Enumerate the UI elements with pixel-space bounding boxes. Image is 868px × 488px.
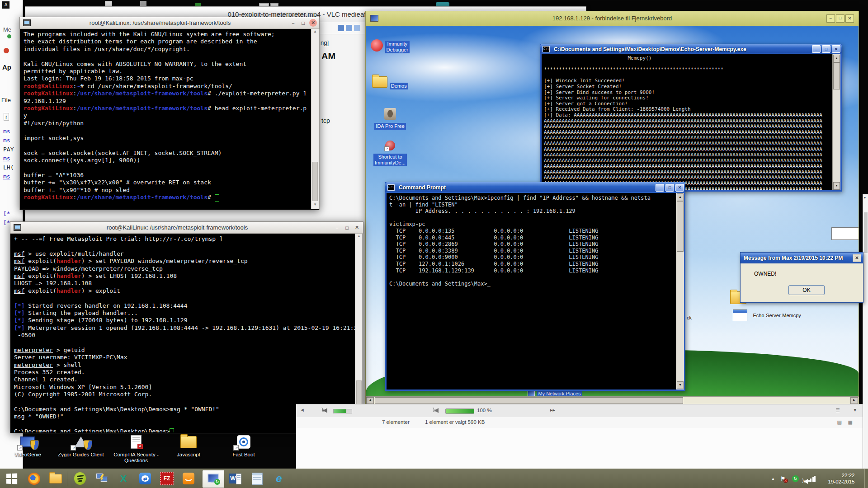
xp-icon-ida-pro-free[interactable]: IDA Pro Free — [368, 108, 412, 130]
scroll-thumb[interactable] — [677, 201, 684, 252]
scrollbar[interactable]: ▲ ▼ — [311, 29, 319, 209]
vlc-toolbar-icon[interactable] — [354, 25, 360, 31]
command-prompt-title: Command Prompt — [396, 184, 656, 191]
command-prompt-output[interactable]: C:\Documents and Settings\Max>ipconfig |… — [387, 193, 676, 389]
chevron-down-icon[interactable]: ▾ — [864, 196, 866, 200]
taskbar-item-file-explorer[interactable] — [45, 470, 66, 487]
dropdown-fragment[interactable]: ▾ — [831, 227, 859, 240]
desktop-icon-label: Zygor Guides Client — [56, 452, 106, 458]
desktop-icon-comptia[interactable]: A CompTIA Security - Questions — [111, 433, 161, 464]
taskbar-item-firefox[interactable] — [24, 470, 44, 487]
ok-button[interactable]: OK — [788, 285, 825, 295]
rdp-titlebar[interactable]: 192.168.1.129 - forbindelse til Fjernskr… — [366, 11, 859, 26]
scroll-up-icon[interactable]: ▲ — [833, 55, 840, 62]
taskbar-item-spotify[interactable] — [70, 470, 90, 487]
scroll-thumb[interactable] — [375, 397, 683, 404]
taskbar-item-putty[interactable] — [91, 470, 112, 487]
network-signal-icon[interactable] — [808, 475, 816, 482]
scroll-up-icon[interactable]: ▲ — [311, 29, 319, 36]
echo-server-titlebar[interactable]: C:\ C:\Documents and Settings\Max\Deskto… — [540, 44, 842, 54]
view-large-icon[interactable]: ▦ — [848, 419, 853, 425]
action-center-flag-icon[interactable]: ⚑ — [780, 475, 787, 482]
desktop-icon-label: VideoGenie — [3, 452, 52, 458]
list-view-icon[interactable]: ≣ — [835, 407, 840, 413]
sync-icon[interactable]: ↻ — [792, 475, 799, 482]
terminal-line: buffer = "A"*1036 — [24, 172, 311, 179]
taskbar-clock[interactable]: 22:22 19-02-2015 — [822, 472, 854, 485]
rdp-horizontal-scrollbar[interactable]: ◄ ► — [366, 396, 859, 404]
xp-desktop-item-echo-server[interactable]: Echo-Server-Memcpy — [733, 310, 801, 321]
minimize-button[interactable]: − — [289, 19, 297, 27]
desktop-icon-fastboot[interactable]: Fast Boot — [219, 433, 269, 458]
rdp-window: 192.168.1.129 - forbindelse til Fjernskr… — [365, 11, 859, 405]
maximize-button[interactable]: □ — [665, 184, 674, 192]
taskbar-item-vmware[interactable] — [178, 470, 199, 487]
console-line: Memcpy() — [544, 56, 833, 61]
start-button[interactable] — [1, 470, 22, 487]
scroll-up-icon[interactable]: ▲ — [677, 193, 684, 201]
mini-volume-bar[interactable] — [333, 409, 352, 413]
close-button[interactable]: ✕ — [353, 224, 361, 231]
edge-scrollbar[interactable]: ▾ — [863, 194, 868, 469]
scroll-down-icon[interactable]: ▼ — [833, 182, 840, 190]
desktop-icon-zygor[interactable]: Zygor Guides Client — [56, 433, 106, 458]
taskbar-item-remote-desktop-active[interactable]: ↻ — [203, 470, 224, 488]
msf-fragment: ms — [3, 155, 10, 162]
minimize-button[interactable]: _ — [812, 45, 821, 53]
kali-terminal-1-output[interactable]: The programs included with the Kali GNU/… — [20, 29, 311, 209]
echo-server-output[interactable]: Memcpy() *******************************… — [542, 54, 833, 190]
show-desktop-button[interactable] — [864, 469, 868, 488]
minimize-button[interactable]: _ — [656, 184, 664, 192]
taskbar-item-notepad[interactable] — [247, 470, 268, 487]
xp-icon-demos[interactable]: Demos — [368, 76, 412, 89]
scroll-thumb[interactable] — [864, 212, 868, 253]
minimize-button[interactable]: − — [333, 224, 341, 231]
close-button[interactable]: ✕ — [675, 184, 684, 192]
volume-bar[interactable] — [445, 408, 474, 414]
text-fragment-ck: ck — [687, 315, 692, 320]
scroll-thumb[interactable] — [312, 162, 318, 201]
kali-terminal-2-output[interactable]: + -- --=[ Free Metasploit Pro trial: htt… — [11, 234, 355, 432]
taskbar-item-word[interactable]: W — [225, 470, 246, 487]
scrollbar[interactable]: ▲ ▼ — [676, 193, 684, 389]
rdp-maximize-button[interactable]: □ — [836, 14, 844, 23]
scroll-right-icon[interactable]: ► — [850, 397, 858, 404]
close-button[interactable]: ✕ — [832, 45, 840, 53]
maximize-button[interactable]: □ — [822, 45, 830, 53]
desktop-icon-videogenie[interactable]: VideoGenie — [3, 433, 52, 458]
kali-terminal-2-titlebar[interactable]: root@KaliLinux: /usr/share/metasploit-fr… — [10, 222, 363, 234]
vlc-toolbar-icon[interactable] — [338, 25, 344, 31]
playlist-icon[interactable]: ▸▸ — [550, 407, 555, 413]
scroll-left-icon[interactable]: ◄ — [366, 397, 374, 404]
taskbar-item-filezilla[interactable]: FZ — [156, 470, 177, 487]
rdp-close-button[interactable]: ✕ — [845, 14, 854, 23]
taskbar-item-xserver[interactable]: X — [113, 470, 134, 487]
taskbar-item-internet-explorer[interactable]: e — [269, 470, 289, 487]
chevron-down-icon[interactable]: ▾ — [854, 407, 856, 413]
app-window-icon — [733, 310, 747, 321]
taskbar-item-teamviewer[interactable]: ⇄ — [135, 470, 156, 487]
close-button[interactable]: ✕ — [853, 254, 861, 262]
message-box-titlebar[interactable]: Message from Max 2/19/2015 10:22 PM ✕ — [741, 253, 863, 263]
maximize-button[interactable]: □ — [299, 19, 307, 27]
vlc-toolbar-icon[interactable] — [346, 25, 352, 31]
desktop-icon-javascript[interactable]: Javascript — [164, 433, 213, 458]
scroll-down-icon[interactable]: ▼ — [311, 202, 319, 209]
tray-expand-icon[interactable]: ▲ — [771, 477, 775, 481]
terminal-line: root@KaliLinux:/usr/share/metasploit-fra… — [24, 90, 311, 97]
terminal-line: #!/usr/bin/python — [24, 120, 311, 127]
nav-back-icon[interactable]: ◄ — [300, 407, 305, 413]
scrollbar[interactable]: ▲ ▼ — [832, 54, 840, 190]
scroll-up-icon[interactable]: ▲ — [355, 234, 363, 240]
close-button[interactable]: ✕ — [309, 19, 317, 27]
view-details-icon[interactable]: ▤ — [837, 419, 842, 425]
xp-icon-shortcut-immunity[interactable]: ↗ Shortcut to ImmunityDe... — [368, 141, 412, 166]
maximize-button[interactable]: □ — [343, 224, 351, 231]
scroll-down-icon[interactable]: ▼ — [677, 381, 684, 389]
rdp-minimize-button[interactable]: − — [826, 14, 835, 23]
command-prompt-titlebar[interactable]: C:\ Command Prompt _ □ ✕ — [385, 182, 685, 193]
scrollbar[interactable]: ▲ ▼ — [355, 234, 363, 432]
kali-terminal-1-titlebar[interactable]: root@KaliLinux: /usr/share/metasploit-fr… — [20, 17, 319, 29]
scroll-thumb[interactable] — [833, 62, 840, 89]
xp-icon-immunity-debugger[interactable]: Immunity Debugger — [368, 39, 412, 53]
